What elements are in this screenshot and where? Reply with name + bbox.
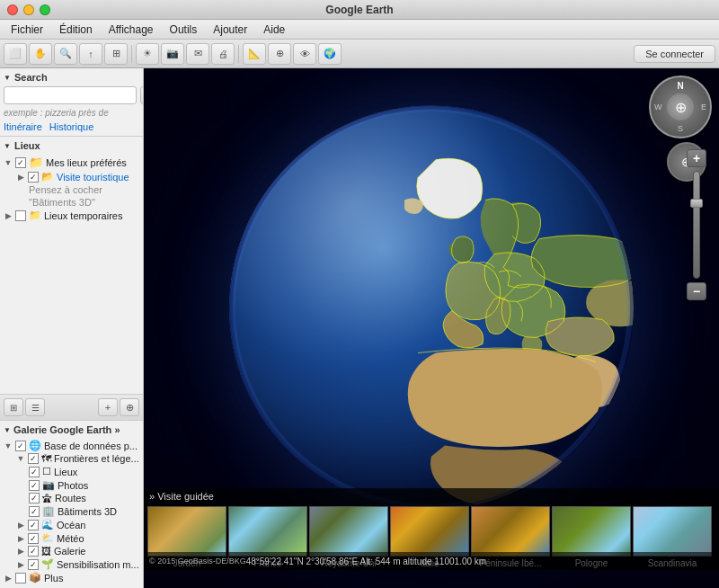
gallery-batiments3d[interactable]: 🏢 Bâtiments 3D [4,504,139,518]
menu-affichage[interactable]: Affichage [102,22,161,38]
places-triangle-icon: ▼ [4,142,11,150]
exp-ga-icon: ▶ [16,547,25,556]
toolbar-tilt-btn[interactable]: ⊞ [104,43,128,65]
places-item-visite[interactable]: ▶ 📂 Visite touristique [4,170,139,183]
toolbar-print-btn[interactable]: 🖨 [211,43,235,65]
thumb-scandinavia-img [633,506,712,557]
toolbar-street-btn[interactable]: 👁 [293,43,316,65]
checkbox-temporaires[interactable] [15,210,26,221]
list-view-btn[interactable]: ☰ [25,398,45,416]
cb-fr[interactable] [28,453,39,464]
toolbar: ⬜ ✋ 🔍 ↑ ⊞ ☀ 📷 ✉ 🖨 📐 ⊕ 👁 🌍 Se connecter [0,40,719,68]
cb-lieux[interactable] [29,467,40,477]
checkbox-mes-lieux[interactable] [15,157,26,168]
gallery-lieux[interactable]: ☐ Lieux [4,465,139,478]
cb-bat3d[interactable] [29,506,40,517]
gallery-routes[interactable]: 🛣 Routes [4,492,139,504]
gallery-photos[interactable]: 📷 Photos [4,478,139,492]
toolbar-north-btn[interactable]: ↑ [79,43,102,65]
compass-west-label: W [654,102,662,111]
add-folder-btn[interactable]: ⊕ [120,398,139,416]
search-section-label: Search [14,72,48,83]
minimize-button[interactable] [23,4,34,15]
exp-fr-icon: ▼ [16,454,25,463]
history-link[interactable]: Historique [49,121,94,132]
expander-visite-icon: ▶ [16,173,25,182]
zoom-slider-track[interactable] [693,171,700,279]
compass-east-label: E [701,102,706,111]
gallery-frontieres[interactable]: ▼ 🗺 Frontières et lége... [4,452,139,465]
toolbar-measure-btn[interactable]: 📐 [243,43,266,65]
cb-plus[interactable] [15,573,26,584]
photos-label: Photos [58,480,88,491]
menu-edition[interactable]: Édition [52,22,100,38]
cb-routes[interactable] [29,493,40,503]
gallery-meteo[interactable]: ▶ ⛅ Météo [4,531,139,545]
gallery-ocean[interactable]: ▶ 🌊 Océan [4,518,139,531]
cb-meteo[interactable] [28,533,39,544]
bat3d-label: Bâtiments 3D [58,506,117,517]
menu-ajouter[interactable]: Ajouter [206,22,254,38]
menu-fichier[interactable]: Fichier [4,22,50,38]
exp-oc-icon: ▶ [16,521,25,530]
close-button[interactable] [7,4,18,15]
add-place-btn[interactable]: + [98,398,118,416]
exp-se-icon: ▶ [16,560,25,569]
maximize-button[interactable] [40,4,50,15]
menu-aide[interactable]: Aide [256,22,292,38]
search-links: Itinéraire Historique [4,121,139,132]
guided-tour-header: » Visite guidée [144,488,719,504]
toolbar-sun-btn[interactable]: ☀ [136,43,159,65]
toolbar-layers-btn[interactable]: ⊕ [268,43,291,65]
galerie-label: Galerie [54,546,85,557]
connect-button[interactable]: Se connecter [634,45,715,63]
toolbar-hand-btn[interactable]: ✋ [29,43,52,65]
visite-icon: 📂 [41,171,54,183]
places-item-mes-lieux[interactable]: ▼ 📁 Mes lieux préférés [4,155,139,170]
cb-photos[interactable] [29,480,40,491]
sensib-icon: 🌱 [41,558,54,570]
zoom-out-button[interactable]: − [687,282,706,300]
sensib-label: Sensibilisation m... [57,559,139,570]
compass[interactable]: N ⊕ S W E [649,76,712,138]
compass-ring[interactable]: N ⊕ S W E [649,76,712,138]
gallery-header[interactable]: ▼ Galerie Google Earth » [4,424,139,435]
globe[interactable] [229,106,634,511]
routes-icon: 🛣 [42,493,52,503]
cb-galerie[interactable] [28,546,39,557]
search-input[interactable] [4,86,137,104]
exp-icon: ▼ [4,441,13,450]
places-item-temporaires[interactable]: ▶ 📁 Lieux temporaires [4,209,139,222]
zoom-in-button[interactable]: + [687,149,706,167]
menu-outils[interactable]: Outils [163,22,205,38]
compass-inner[interactable]: ⊕ [667,94,694,120]
toolbar-cursor-btn[interactable]: ⬜ [4,43,27,65]
nav-buttons: ⊞ ☰ + ⊕ [0,395,143,421]
gallery-plus[interactable]: ▶ 📦 Plus [4,571,139,584]
folder-view-btn[interactable]: ⊞ [4,398,23,416]
gallery-galerie[interactable]: ▶ 🖼 Galerie [4,545,139,557]
itinerary-link[interactable]: Itinéraire [4,121,42,132]
places-section-header[interactable]: ▼ Lieux [4,140,139,151]
cb-ocean[interactable] [28,520,39,530]
compass-arrow-icon: ⊕ [675,99,687,116]
zoom-slider-thumb[interactable] [690,199,703,208]
cb1[interactable] [15,441,26,451]
main-area: ▼ Search Rechercher exemple : pizzeria p… [0,68,719,588]
thumb-poland-img [552,506,631,557]
routes-label: Routes [55,493,86,503]
gallery-sensibilisation[interactable]: ▶ 🌱 Sensibilisation m... [4,557,139,571]
gallery-section: ▼ Galerie Google Earth » ▼ 🌐 Base de don… [0,421,143,588]
globe-container[interactable] [229,106,634,511]
thumb-italy-img [390,506,469,557]
toolbar-zoom-btn[interactable]: 🔍 [54,43,77,65]
toolbar-camera-btn[interactable]: 📷 [161,43,184,65]
toolbar-email-btn[interactable]: ✉ [186,43,209,65]
statusbar: © 2015 GeoBasis-DE/BKG 48°59'22.41"N 2°3… [144,552,719,570]
search-section-header[interactable]: ▼ Search [4,72,139,83]
gallery-base-donnees[interactable]: ▼ 🌐 Base de données p... [4,439,139,452]
toolbar-earth-btn[interactable]: 🌍 [318,43,342,65]
globe-area[interactable]: N ⊕ S W E ⊕ + − [144,68,719,588]
checkbox-visite[interactable] [28,172,39,183]
cb-sensib[interactable] [28,559,39,570]
